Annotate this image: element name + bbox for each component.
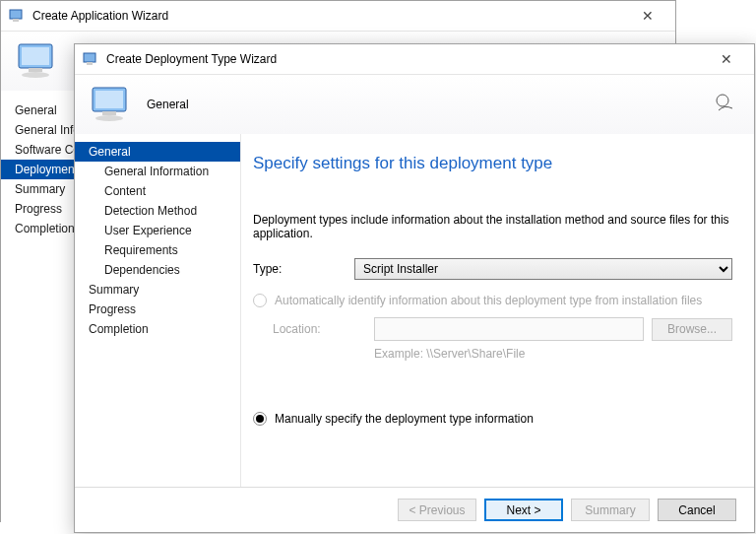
location-row: Location: Browse... xyxy=(253,317,732,341)
location-label: Location: xyxy=(273,322,366,336)
page-description: Deployment types include information abo… xyxy=(253,213,732,240)
wizard-icon xyxy=(83,51,98,67)
manual-specify-radio-row[interactable]: Manually specify the deployment type inf… xyxy=(253,412,732,426)
wizard-icon xyxy=(9,8,25,24)
deployment-wizard-banner: General xyxy=(75,75,754,134)
auto-identify-label: Automatically identify information about… xyxy=(275,294,702,307)
type-label: Type: xyxy=(253,262,346,276)
close-icon[interactable]: ✕ xyxy=(707,51,746,67)
location-example: Example: \\Server\Share\File xyxy=(354,347,732,361)
location-input xyxy=(374,317,644,341)
deployment-wizard-titlebar: Create Deployment Type Wizard ✕ xyxy=(75,44,754,75)
svg-rect-3 xyxy=(22,47,49,65)
deployment-wizard-title: Create Deployment Type Wizard xyxy=(106,52,707,66)
nav-item-detection-method[interactable]: Detection Method xyxy=(75,201,240,221)
summary-button: Summary xyxy=(571,499,650,521)
nav-item-general[interactable]: General xyxy=(75,142,240,162)
deployment-wizard-window: Create Deployment Type Wizard ✕ General … xyxy=(74,43,755,533)
wizard-footer: < Previous Next > Summary Cancel xyxy=(75,487,754,532)
svg-point-11 xyxy=(95,115,123,121)
auto-identify-radio xyxy=(253,294,267,307)
close-icon[interactable]: ✕ xyxy=(628,8,667,24)
auto-identify-radio-row: Automatically identify information about… xyxy=(253,294,732,307)
svg-rect-0 xyxy=(10,10,22,19)
banner-title: General xyxy=(147,98,189,111)
svg-rect-1 xyxy=(13,19,19,22)
manual-specify-radio[interactable] xyxy=(253,412,267,426)
browse-button: Browse... xyxy=(652,318,732,341)
nav-item-completion[interactable]: Completion xyxy=(75,319,240,339)
svg-rect-10 xyxy=(102,111,116,115)
type-select[interactable]: Script Installer xyxy=(354,258,732,280)
app-wizard-titlebar: Create Application Wizard ✕ xyxy=(1,1,675,32)
svg-rect-6 xyxy=(84,53,95,62)
svg-rect-9 xyxy=(95,91,123,108)
nav-item-requirements[interactable]: Requirements xyxy=(75,240,240,260)
nav-item-dependencies[interactable]: Dependencies xyxy=(75,260,240,280)
page-heading: Specify settings for this deployment typ… xyxy=(253,154,732,173)
monitor-icon xyxy=(91,85,133,124)
cancel-button[interactable]: Cancel xyxy=(658,499,736,521)
svg-rect-7 xyxy=(87,62,93,65)
svg-point-5 xyxy=(22,72,49,78)
wizard-content: Specify settings for this deployment typ… xyxy=(240,134,754,489)
previous-button: < Previous xyxy=(398,499,476,521)
svg-point-12 xyxy=(717,95,728,106)
nav-item-user-experience[interactable]: User Experience xyxy=(75,221,240,240)
manual-specify-label: Manually specify the deployment type inf… xyxy=(275,412,534,426)
svg-rect-4 xyxy=(29,68,42,72)
deployment-wizard-nav: General General Information Content Dete… xyxy=(75,134,240,489)
nav-item-summary[interactable]: Summary xyxy=(75,280,240,300)
feedback-icon[interactable] xyxy=(715,93,738,116)
monitor-icon xyxy=(17,41,59,81)
nav-item-content[interactable]: Content xyxy=(75,181,240,201)
type-row: Type: Script Installer xyxy=(253,258,732,280)
nav-item-progress[interactable]: Progress xyxy=(75,300,240,319)
next-button[interactable]: Next > xyxy=(484,499,563,521)
app-wizard-title: Create Application Wizard xyxy=(32,9,628,23)
nav-item-general-information[interactable]: General Information xyxy=(75,162,240,181)
